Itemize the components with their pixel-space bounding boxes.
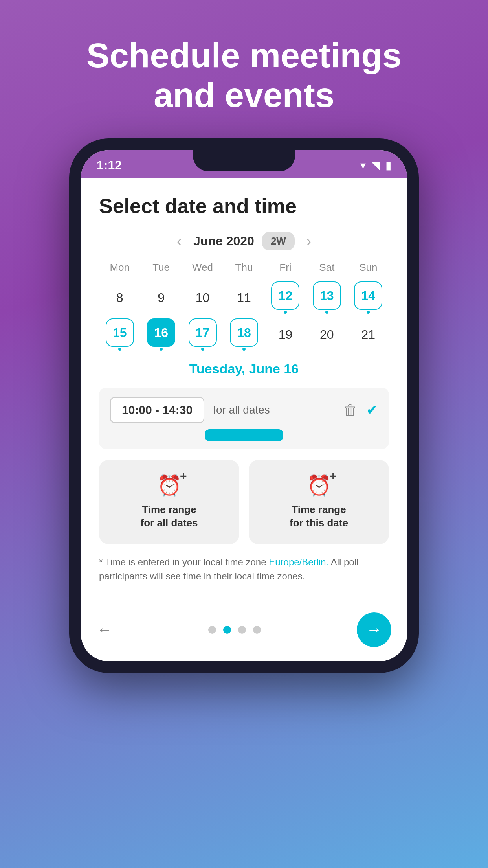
day-thu: Thu <box>223 261 264 277</box>
time-chip[interactable]: 10:00 - 14:30 <box>110 397 204 423</box>
add-time-visual <box>205 429 283 441</box>
selected-date-label: Tuesday, June 16 <box>99 361 389 377</box>
month-label: June 2020 <box>193 234 254 248</box>
dot-3 <box>238 626 246 634</box>
cal-dot-12 <box>284 311 287 314</box>
day-sun: Sun <box>348 261 389 277</box>
day-headers: Mon Tue Wed Thu Fri Sat Sun <box>99 261 389 277</box>
day-sat: Sat <box>306 261 347 277</box>
page-title: Select date and time <box>99 194 389 218</box>
cal-15[interactable]: 15 <box>99 317 140 352</box>
footnote: * Time is entered in your local time zon… <box>99 555 389 583</box>
phone-screen: 1:12 ▾ ◥ ▮ Select date and time ‹ June 2… <box>81 150 407 661</box>
hero-title: Schedule meetingsand events <box>55 35 433 115</box>
cal-dot-14 <box>367 311 370 314</box>
cal-dot-17 <box>201 348 204 351</box>
day-wed: Wed <box>182 261 223 277</box>
time-sublabel: for all dates <box>213 404 335 416</box>
time-range-all-dates-label: Time rangefor all dates <box>141 503 198 530</box>
next-month-button[interactable]: › <box>303 233 315 250</box>
day-fri: Fri <box>265 261 306 277</box>
status-icons: ▾ ◥ ▮ <box>360 159 391 172</box>
footnote-prefix: * Time is entered in your local time zon… <box>99 557 269 567</box>
time-range-this-date-label: Time rangefor this date <box>290 503 348 530</box>
plus-icon: + <box>180 469 187 483</box>
day-mon: Mon <box>99 261 140 277</box>
bottom-actions: ⏰ + Time rangefor all dates ⏰ + Time ran… <box>99 460 389 544</box>
calendar-header: ‹ June 2020 2W › <box>99 232 389 250</box>
footnote-link[interactable]: Europe/Berlin. <box>269 557 328 567</box>
next-button[interactable]: → <box>357 612 391 647</box>
cal-10[interactable]: 10 <box>182 280 223 315</box>
cal-11[interactable]: 11 <box>223 280 264 315</box>
time-row: 10:00 - 14:30 for all dates 🗑 ✔ <box>110 397 378 423</box>
calendar-grid: 8 9 10 11 12 13 <box>99 280 389 352</box>
cal-dot-18 <box>242 348 246 351</box>
dot-1 <box>208 626 216 634</box>
cal-9[interactable]: 9 <box>140 280 182 315</box>
delete-time-button[interactable]: 🗑 <box>343 402 358 418</box>
clock-plus-this-icon: ⏰ + <box>307 474 331 497</box>
clock-plus-all-icon: ⏰ + <box>157 474 182 497</box>
prev-month-button[interactable]: ‹ <box>173 233 185 250</box>
time-range-section: 10:00 - 14:30 for all dates 🗑 ✔ <box>99 388 389 449</box>
next-arrow-icon: → <box>366 621 382 638</box>
dot-4 <box>253 626 261 634</box>
bottom-nav: ← → <box>81 607 407 661</box>
app-content: Select date and time ‹ June 2020 2W › Mo… <box>81 178 407 607</box>
cal-dot-16 <box>160 348 163 351</box>
check-time-button[interactable]: ✔ <box>366 402 378 418</box>
day-tue: Tue <box>140 261 182 277</box>
cal-19[interactable]: 19 <box>265 317 306 352</box>
battery-icon: ▮ <box>385 159 391 172</box>
time-range-this-date-button[interactable]: ⏰ + Time rangefor this date <box>249 460 389 544</box>
cal-17[interactable]: 17 <box>182 317 223 352</box>
cal-dot-15 <box>118 348 121 351</box>
wifi-icon: ▾ <box>360 159 366 172</box>
phone-frame: 1:12 ▾ ◥ ▮ Select date and time ‹ June 2… <box>69 138 419 673</box>
cal-dot-13 <box>325 311 328 314</box>
signal-icon: ◥ <box>371 159 380 172</box>
week-badge[interactable]: 2W <box>262 232 295 250</box>
cal-20[interactable]: 20 <box>306 317 347 352</box>
plus-icon-2: + <box>330 469 337 483</box>
add-button-bar <box>110 429 378 441</box>
phone-wrapper: 1:12 ▾ ◥ ▮ Select date and time ‹ June 2… <box>69 138 419 673</box>
pagination-dots <box>208 626 261 634</box>
dot-2 <box>223 626 231 634</box>
hero-section: Schedule meetingsand events <box>55 0 433 115</box>
cal-13[interactable]: 13 <box>306 280 347 315</box>
back-button[interactable]: ← <box>97 621 112 638</box>
cal-14[interactable]: 14 <box>348 280 389 315</box>
phone-notch <box>193 150 295 171</box>
cal-8[interactable]: 8 <box>99 280 140 315</box>
cal-21[interactable]: 21 <box>348 317 389 352</box>
time-range-all-dates-button[interactable]: ⏰ + Time rangefor all dates <box>99 460 239 544</box>
status-time: 1:12 <box>97 158 122 173</box>
cal-18[interactable]: 18 <box>223 317 264 352</box>
cal-16[interactable]: 16 <box>140 317 182 352</box>
cal-12[interactable]: 12 <box>265 280 306 315</box>
